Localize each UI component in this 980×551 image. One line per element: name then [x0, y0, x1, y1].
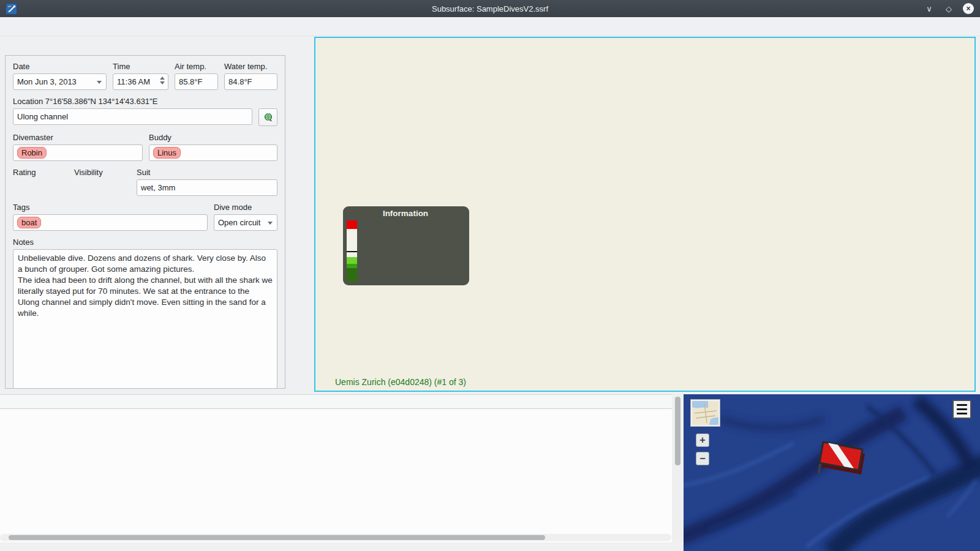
visibility-label: Visibility	[74, 168, 130, 177]
time-label: Time	[113, 62, 168, 71]
globe-button[interactable]	[258, 108, 277, 126]
notes-tab-content: Date Mon Jun 3, 2013 Time 11:36 AM Air t…	[5, 55, 285, 389]
rating-label: Rating	[13, 168, 68, 177]
title-bar: Subsurface: SampleDivesV2.ssrf ∨ ◇ ×	[0, 0, 980, 17]
watertemp-field[interactable]: 84.8°F	[224, 73, 277, 90]
map-menu-button[interactable]	[952, 400, 971, 419]
overview-minimap[interactable]	[691, 400, 720, 426]
window-title: Subsurface: SampleDivesV2.ssrf	[0, 4, 980, 13]
dive-computer-label: Uemis Zurich (e04d0248) (#1 of 3)	[335, 377, 466, 387]
close-button[interactable]: ×	[963, 3, 974, 14]
date-combobox[interactable]: Mon Jun 3, 2013	[13, 73, 107, 90]
tissue-chip-icon	[347, 220, 357, 282]
spinner-arrows-icon[interactable]	[160, 77, 165, 84]
divemaster-input[interactable]: Robin	[13, 144, 143, 161]
map-canvas[interactable]	[684, 394, 980, 551]
buddy-input[interactable]: Linus	[149, 144, 277, 161]
vscroll-thumb[interactable]	[675, 397, 680, 465]
tags-input[interactable]: boat	[13, 214, 208, 231]
globe-icon	[263, 113, 273, 122]
divemaster-label: Divemaster	[13, 133, 143, 142]
minimize-button[interactable]: ∨	[924, 3, 935, 14]
location-input[interactable]: Ulong channel	[13, 108, 252, 125]
divemode-combobox[interactable]: Open circuit	[214, 214, 277, 231]
suit-label: Suit	[137, 168, 277, 177]
tab-bar	[5, 38, 285, 56]
dive-site-map[interactable]: + −	[684, 394, 980, 551]
dive-list-header[interactable]	[0, 395, 672, 409]
notes-textarea[interactable]: Unbelievable dive. Dozens and dozens of …	[13, 249, 277, 389]
location-label: Location 7°16'58.386"N 134°14'43.631"E	[13, 97, 277, 106]
buddy-label: Buddy	[149, 133, 277, 142]
profile-infobox: Information	[343, 206, 469, 285]
divemode-label: Dive mode	[214, 203, 277, 212]
dive-profile-panel: Information Uemis Zurich (e04d0248) (#1 …	[314, 37, 976, 392]
date-label: Date	[13, 62, 107, 71]
menu-bar	[0, 17, 980, 36]
vertical-scrollbar[interactable]	[673, 394, 682, 542]
infobox-title: Information	[347, 209, 464, 218]
map-zoom-out-button[interactable]: −	[696, 452, 709, 465]
hscroll-thumb[interactable]	[9, 535, 545, 540]
maximize-button[interactable]: ◇	[943, 3, 954, 14]
notes-label: Notes	[13, 238, 277, 247]
airtemp-label: Air temp.	[175, 62, 218, 71]
map-zoom-in-button[interactable]: +	[696, 433, 709, 447]
dive-info-panel: Date Mon Jun 3, 2013 Time 11:36 AM Air t…	[5, 38, 285, 389]
suit-input[interactable]: wet, 3mm	[137, 179, 277, 196]
divemaster-tag[interactable]: Robin	[17, 147, 47, 159]
tags-label: Tags	[13, 203, 208, 212]
chevron-down-icon	[97, 81, 102, 84]
horizontal-scrollbar[interactable]	[0, 534, 671, 541]
buddy-tag[interactable]: Linus	[153, 147, 181, 159]
watertemp-label: Water temp.	[224, 62, 277, 71]
time-spinbox[interactable]: 11:36 AM	[113, 73, 168, 90]
tag-pill[interactable]: boat	[17, 217, 41, 228]
dive-list	[0, 394, 672, 542]
airtemp-field[interactable]: 85.8°F	[175, 73, 218, 90]
profile-toolbar	[292, 39, 314, 390]
chevron-down-icon	[268, 222, 273, 225]
